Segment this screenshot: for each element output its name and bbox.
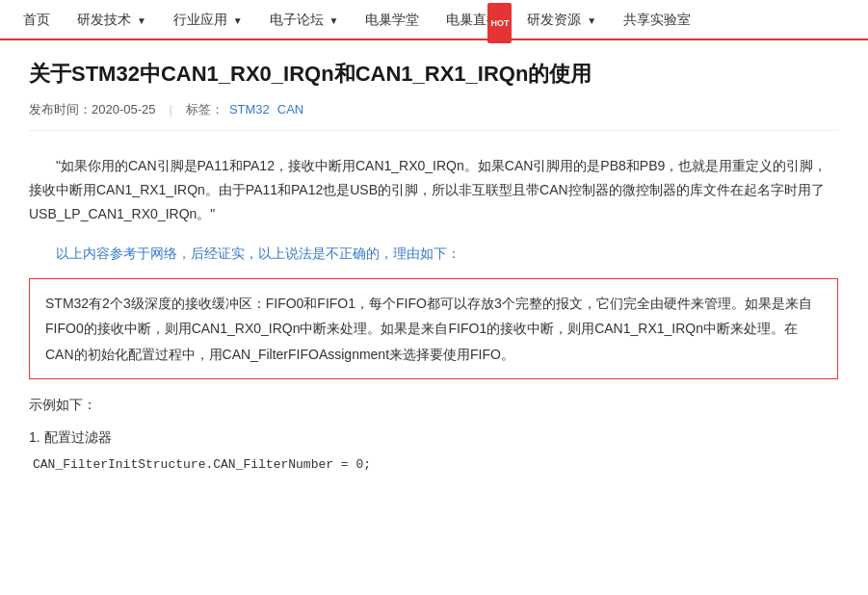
nav-item-industry[interactable]: 行业应用 ▼: [160, 0, 256, 39]
correction-note: 以上内容参考于网络，后经证实，以上说法是不正确的，理由如下：: [29, 242, 838, 266]
numbered-item-1: 1. 配置过滤器: [29, 426, 838, 450]
nav-rd-label: 研发技术: [77, 12, 131, 27]
nav-item-live[interactable]: 电巢直播 HOT: [433, 0, 513, 39]
nav-industry-label: 行业应用: [173, 12, 227, 27]
date-value: 2020-05-25: [92, 102, 156, 116]
publish-date-label: 发布时间：2020-05-25: [29, 101, 156, 118]
nav-academy-label: 电巢学堂: [365, 12, 419, 27]
nav-item-home[interactable]: 首页: [10, 0, 64, 39]
nav-home-label: 首页: [23, 12, 50, 27]
article-meta: 发布时间：2020-05-25 | 标签： STM32 CAN: [29, 101, 838, 131]
intro-paragraph: "如果你用的CAN引脚是PA11和PA12，接收中断用CAN1_RX0_IRQn…: [29, 154, 838, 227]
chevron-down-icon: ▼: [329, 15, 338, 26]
nav-item-rd[interactable]: 研发技术 ▼: [64, 0, 160, 39]
chevron-down-icon: ▼: [233, 15, 243, 26]
code-line-1: CAN_FilterInitStructure.CAN_FilterNumber…: [33, 453, 838, 476]
article-body: "如果你用的CAN引脚是PA11和PA12，接收中断用CAN1_RX0_IRQn…: [29, 154, 838, 476]
nav-item-academy[interactable]: 电巢学堂: [352, 0, 433, 39]
nav-lab-label: 共享实验室: [623, 12, 691, 27]
nav-item-lab[interactable]: 共享实验室: [610, 0, 704, 39]
article-title: 关于STM32中CAN1_RX0_IRQn和CAN1_RX1_IRQn的使用: [29, 60, 838, 90]
nav-item-resources[interactable]: 研发资源 ▼: [513, 0, 610, 39]
hot-badge: HOT: [487, 3, 512, 43]
navigation-bar: 首页 研发技术 ▼ 行业应用 ▼ 电子论坛 ▼ 电巢学堂 电巢直播 HOT 研发…: [0, 0, 868, 40]
tag-stm32[interactable]: STM32: [229, 102, 270, 116]
chevron-down-icon: ▼: [137, 15, 146, 26]
meta-divider: |: [170, 102, 172, 116]
chevron-down-icon: ▼: [587, 15, 596, 26]
content-area: 关于STM32中CAN1_RX0_IRQn和CAN1_RX1_IRQn的使用 发…: [0, 40, 867, 495]
nav-resources-label: 研发资源: [527, 12, 581, 27]
nav-item-forum[interactable]: 电子论坛 ▼: [256, 0, 353, 39]
example-label: 示例如下：: [29, 393, 838, 417]
date-label-text: 发布时间：: [29, 102, 92, 116]
highlight-box: STM32有2个3级深度的接收缓冲区：FIFO0和FIFO1，每个FIFO都可以…: [29, 278, 838, 380]
tags-label: 标签：: [186, 101, 224, 118]
tag-can[interactable]: CAN: [277, 102, 303, 116]
nav-forum-label: 电子论坛: [270, 12, 324, 27]
